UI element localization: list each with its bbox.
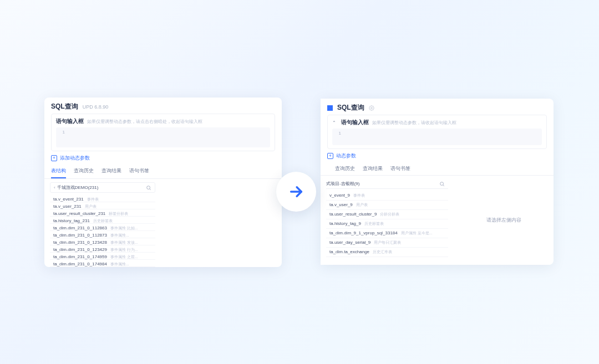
add-param-label: 动态参数 [336,152,356,160]
table-list: ta.v_event_231事件表 ta.v_user_231用户表 ta.us… [50,195,155,267]
app-logo-icon [327,105,333,111]
table-tree: 式项目-吉银根(9) v_event_9事件表 ta.v_user_9用户表 t… [321,176,454,265]
input-label: 语句输入框 [56,117,84,125]
search-icon[interactable] [146,185,151,191]
version-badge: UPD 6.8.90 [83,104,109,110]
plus-icon: + [327,153,333,159]
svg-point-2 [370,107,372,109]
table-row[interactable]: ta_dim.dim_9_1_vprop_sql_33184用户属性 至今是..… [326,229,448,238]
tab-query-result[interactable]: 查询结果 [363,165,383,175]
svg-point-3 [440,182,444,185]
project-selector[interactable]: 式项目-吉银根(9) [326,179,448,189]
table-row[interactable]: ta_dim.dim_231_0_123429事件属性 行为... [50,245,155,253]
input-hint: 如果仅需调整动态参数，请收起语句输入框 [372,120,456,126]
tab-bookmarks[interactable]: 语句书签 [129,167,149,178]
table-row[interactable]: ta_dim.dim_231_0_174984事件属性... [50,260,155,267]
table-row[interactable]: ta_dim.dim_231_0_112863事件属性 比如... [50,224,155,231]
tab-bookmarks[interactable]: 语句书签 [390,165,410,175]
transition-arrow [276,172,316,212]
add-param-button[interactable]: + 动态参数 [327,152,547,160]
add-param-label: 添加动态参数 [60,155,90,162]
page-title: SQL查询 [51,102,78,111]
tab-query-result[interactable]: 查询结果 [101,167,121,178]
add-param-button[interactable]: + 添加动态参数 [51,155,275,162]
tabs-row: 查询历史 查询结果 语句书签 [321,163,554,176]
tab-table-structure[interactable]: 表结构 [51,167,66,178]
sql-textarea[interactable]: 1 [56,127,270,147]
project-name: 千城游戏DEMO(231) [57,185,99,190]
input-label: 语句输入框 [341,119,369,126]
empty-state-hint: 请选择左侧内容 [454,176,554,265]
gear-icon[interactable] [369,105,374,111]
table-tree: ‹千城游戏DEMO(231) ta.v_event_231事件表 ta.v_us… [44,179,161,267]
tabs-row: 表结构 查询历史 查询结果 语句书签 [44,165,282,179]
table-row[interactable]: ta.history_tag_231历史标签表 [50,217,155,224]
caret-left-icon: ‹ [54,185,55,190]
table-row[interactable]: ta.v_event_231事件表 [50,195,155,202]
table-row[interactable]: ta_dim.dim_231_0_174959事件属性 之前... [50,253,155,260]
table-row[interactable]: ta.v_user_231用户表 [50,202,155,209]
table-row[interactable]: ta_dim.dim_231_0_112873事件属性... [50,231,155,238]
tab-query-history[interactable]: 查询历史 [335,165,355,175]
table-row[interactable]: ta.user_day_serial_9用户每日汇聚表 [326,238,448,248]
line-number: 1 [336,131,341,136]
search-icon[interactable] [439,181,445,187]
page-title: SQL查询 [337,103,364,112]
sql-input-box: ⌃ 语句输入框 如果仅需调整动态参数，请收起语句输入框 1 [327,115,547,149]
panel-header: SQL查询 [321,99,554,115]
plus-icon: + [51,155,57,161]
line-number: 1 [59,130,65,135]
project-name: 式项目-吉银根(9) [326,181,359,187]
table-row[interactable]: ta.v_user_9用户表 [326,201,448,210]
table-row[interactable]: ta.history_tag_9历史标签表 [326,219,448,229]
table-row[interactable]: ta.user_result_cluster_231标签分群表 [50,209,155,217]
svg-point-0 [147,186,150,189]
svg-line-1 [150,188,151,189]
sql-input-box: 语句输入框 如果仅需调整动态参数，请点击右侧暗处，收起语句输入框 1 [51,114,275,151]
tab-query-history[interactable]: 查询历史 [74,167,94,178]
svg-line-4 [443,184,444,186]
input-hint: 如果仅需调整动态参数，请点击右侧暗处，收起语句输入框 [87,119,202,125]
arrow-right-icon [288,184,304,199]
sql-panel-new: SQL查询 ⌃ 语句输入框 如果仅需调整动态参数，请收起语句输入框 1 + 动态… [321,99,554,265]
table-row[interactable]: ta.user_result_cluster_9分群分群表 [326,210,448,219]
table-list: v_event_9事件表 ta.v_user_9用户表 ta.user_resu… [326,191,448,257]
panel-header: SQL查询 UPD 6.8.90 [44,98,282,114]
sql-textarea[interactable]: 1 [332,129,542,145]
table-row[interactable]: ta_dim.ta_exchange历史汇率表 [326,248,448,257]
collapse-icon[interactable]: ⌃ [332,120,336,125]
project-selector[interactable]: ‹千城游戏DEMO(231) [50,182,155,193]
table-row[interactable]: v_event_9事件表 [326,191,448,201]
table-row[interactable]: ta_dim.dim_231_0_123428事件属性 发放... [50,238,155,245]
sql-panel-old: SQL查询 UPD 6.8.90 语句输入框 如果仅需调整动态参数，请点击右侧暗… [44,98,282,267]
